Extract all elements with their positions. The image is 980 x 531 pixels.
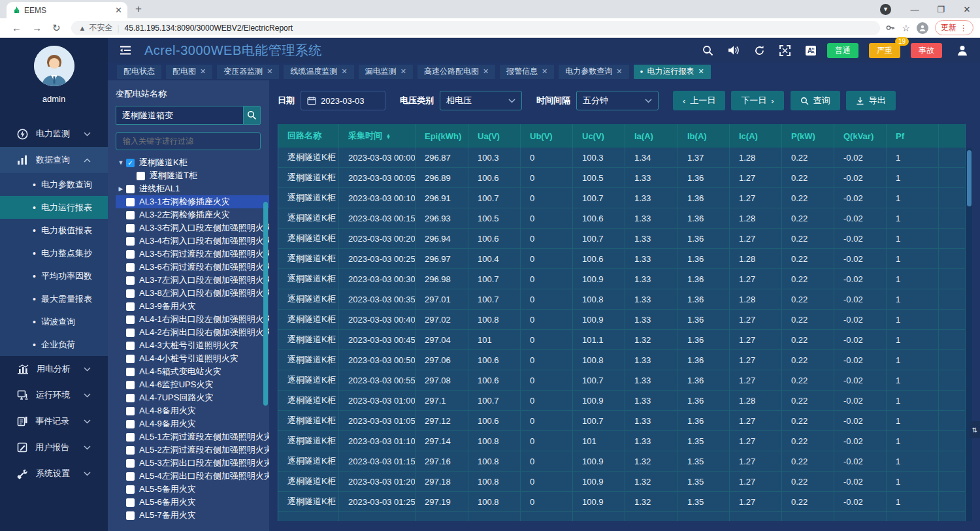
tree-checkbox[interactable] (126, 302, 135, 311)
tab-close-icon[interactable]: ✕ (341, 67, 347, 76)
tree-item-12[interactable]: AL3-9备用火灾 (116, 300, 269, 313)
search-icon[interactable] (702, 45, 713, 56)
tree-item-22[interactable]: AL5-1左洞过渡段左侧加强照明火灾 (116, 430, 269, 443)
password-key-icon[interactable] (885, 23, 895, 33)
tree-checkbox[interactable] (126, 446, 135, 455)
sidebar-subitem-4[interactable]: •电力整点集抄 (0, 242, 108, 265)
tree-checkbox[interactable] (126, 368, 135, 376)
tab-2[interactable]: 配电图✕ (166, 65, 212, 79)
sidebar-subitem-2[interactable]: •电力运行报表 (0, 196, 108, 219)
new-tab-button[interactable]: + (135, 3, 142, 16)
tab-9[interactable]: ●电力运行报表✕ (634, 65, 711, 79)
browser-update-button[interactable]: 更新 ⋮ (935, 20, 973, 35)
sidebar-subitem-7[interactable]: •谐波查询 (0, 310, 108, 333)
export-button[interactable]: 导出 (846, 91, 896, 110)
back-icon[interactable]: ← (12, 22, 22, 33)
tab-4[interactable]: 线缆温度监测✕ (284, 65, 353, 79)
tree-item-23[interactable]: AL5-2左洞过渡段右侧加强照明火灾 (116, 443, 269, 457)
tree-checkbox[interactable] (137, 172, 145, 180)
tree-checkbox[interactable] (126, 511, 135, 520)
tree-item-16[interactable]: AL4-4小桩号引道照明火灾 (116, 352, 269, 365)
tree-checkbox[interactable] (126, 250, 135, 259)
tree-checkbox[interactable] (126, 342, 135, 350)
tree-item-8[interactable]: AL3-5右洞过渡段左侧加强照明火灾 (116, 248, 269, 261)
tree-checkbox[interactable] (126, 459, 135, 468)
tab-5[interactable]: 漏电监测✕ (359, 65, 413, 79)
alarm-badge-1[interactable]: 普通 (827, 43, 858, 58)
tree-item-18[interactable]: AL4-6监控UPS火灾 (116, 378, 269, 391)
sidebar-subitem-6[interactable]: •最大需量报表 (0, 287, 108, 310)
alarm-badge-2[interactable]: 严重19 (869, 43, 900, 58)
browser-download-icon[interactable]: ▼ (880, 4, 891, 15)
tree-checkbox[interactable] (126, 433, 135, 442)
tree-item-3[interactable]: ▶进线柜AL1 (116, 182, 269, 195)
tree-item-15[interactable]: AL4-3大桩号引道照明火灾 (116, 339, 269, 352)
menu-fold-icon[interactable] (120, 45, 131, 56)
sidebar-subitem-1[interactable]: •电力参数查询 (0, 173, 108, 196)
tree-item-26[interactable]: AL5-5备用火灾 (116, 483, 269, 496)
alarm-badge-3[interactable]: 事故 (911, 43, 942, 58)
tab-close-icon[interactable]: ✕ (616, 67, 622, 76)
tree-item-5[interactable]: AL3-2左洞检修插座火灾 (116, 208, 269, 221)
tab-8[interactable]: 电力参数查询✕ (559, 65, 629, 79)
tree-checkbox[interactable] (126, 289, 135, 298)
tree-checkbox[interactable] (126, 185, 135, 193)
voltage-type-select[interactable]: 相电压 (440, 91, 522, 110)
interval-select[interactable]: 五分钟 (576, 91, 659, 110)
sidebar-subitem-5[interactable]: •平均功率因数 (0, 265, 108, 287)
window-close-button[interactable]: ✕ (954, 5, 980, 14)
tree-checkbox[interactable]: ✓ (126, 159, 135, 167)
sidebar-item-5[interactable]: 事件记录 (0, 408, 108, 434)
translate-icon[interactable]: A (805, 45, 817, 56)
tab-close-icon[interactable]: ✕ (542, 67, 547, 76)
bookmark-star-icon[interactable]: ☆ (902, 23, 910, 33)
window-maximize-button[interactable]: ❐ (928, 5, 954, 14)
sidebar-subitem-8[interactable]: •企业负荷 (0, 333, 108, 356)
tree-checkbox[interactable] (126, 381, 135, 389)
sidebar-subitem-3[interactable]: •电力极值报表 (0, 219, 108, 242)
tree-item-19[interactable]: AL4-7UPS回路火灾 (116, 391, 269, 404)
tree-item-25[interactable]: AL5-4左洞出口段右侧加强照明火灾 (116, 470, 269, 483)
tree-item-6[interactable]: AL3-3右洞入口段左侧加强照明火灾 (116, 221, 269, 234)
tab-1[interactable]: 配电状态 (117, 65, 161, 79)
fullscreen-icon[interactable] (779, 45, 791, 56)
query-button[interactable]: 查询 (791, 91, 840, 110)
forward-icon[interactable]: → (32, 22, 42, 33)
sidebar-item-7[interactable]: 系统设置 (0, 460, 108, 487)
tree-checkbox[interactable] (126, 198, 135, 206)
tab-close-icon[interactable]: ✕ (698, 67, 704, 76)
tree-checkbox[interactable] (126, 394, 135, 402)
prev-day-button[interactable]: ‹ 上一日 (673, 91, 725, 110)
tree-filter-input[interactable] (116, 132, 261, 150)
tree-checkbox[interactable] (126, 224, 135, 233)
address-bar[interactable]: ▲ 不安全 | 45.81.195.134:8090/3000WEBV2/Ele… (71, 21, 881, 35)
sidebar-item-6[interactable]: 用户报告 (0, 434, 108, 460)
tree-checkbox[interactable] (126, 472, 135, 481)
browser-tab[interactable]: EEMS ✕ (7, 2, 127, 18)
tree-item-28[interactable]: AL5-7备用火灾 (116, 509, 269, 522)
tree-item-13[interactable]: AL4-1右洞出口段左侧加强照明火灾 (116, 313, 269, 326)
tree-item-20[interactable]: AL4-8备用火灾 (116, 404, 269, 417)
speaker-icon[interactable] (728, 45, 740, 56)
tree-item-4[interactable]: AL3-1右洞检修插座火灾 (116, 195, 269, 208)
tab-close-icon[interactable]: ✕ (400, 67, 406, 76)
tree-checkbox[interactable] (126, 237, 135, 246)
station-search-button[interactable] (243, 106, 261, 125)
tree-item-21[interactable]: AL4-9备用火灾 (116, 417, 269, 430)
tree-checkbox[interactable] (126, 407, 135, 415)
column-header-2[interactable]: 采集时间▲▼ (339, 124, 416, 148)
window-minimize-button[interactable]: — (902, 5, 928, 14)
sidebar-item-1[interactable]: 电力监测 (0, 121, 108, 147)
tree-checkbox[interactable] (126, 355, 135, 363)
tab-close-icon[interactable]: ✕ (267, 67, 272, 76)
tab-3[interactable]: 变压器监测✕ (217, 65, 279, 79)
date-input[interactable]: 2023-03-03 (301, 91, 385, 110)
tree-item-14[interactable]: AL4-2右洞出口段右侧加强照明火灾 (116, 326, 269, 339)
tree-item-27[interactable]: AL5-6备用火灾 (116, 496, 269, 509)
tree-item-24[interactable]: AL5-3左洞出口段左侧加强照明火灾 (116, 457, 269, 470)
tree-checkbox[interactable] (126, 315, 135, 324)
next-day-button[interactable]: 下一日 › (731, 91, 783, 110)
tree-checkbox[interactable] (126, 485, 135, 494)
station-search-input[interactable] (116, 106, 243, 125)
tree-item-11[interactable]: AL3-8左洞入口段右侧加强照明火灾 (116, 287, 269, 300)
